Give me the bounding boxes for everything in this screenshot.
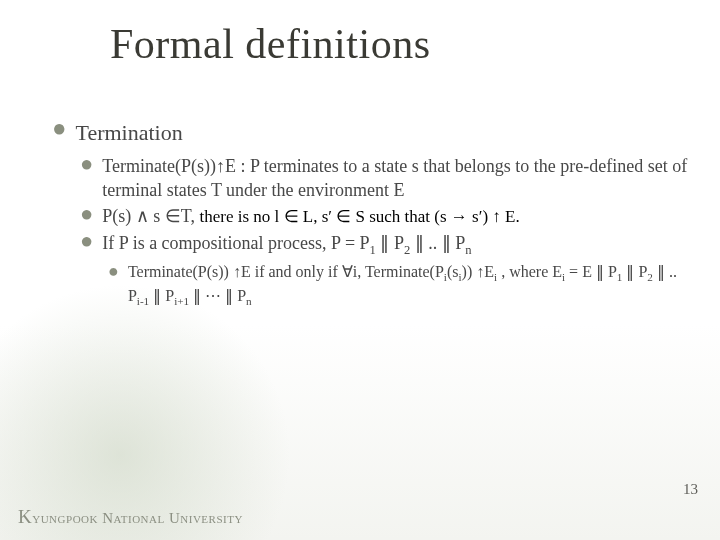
subscript: i+1 xyxy=(174,295,189,307)
text-fragment: ‖ P xyxy=(149,287,174,304)
slide: Formal definitions ● Termination ● Termi… xyxy=(0,0,720,540)
content-area: ● Termination ● Terminate(P(s))↑E : P te… xyxy=(52,118,690,311)
page-number: 13 xyxy=(683,481,698,498)
bullet-icon: ● xyxy=(52,118,67,148)
bullet-icon: ● xyxy=(80,204,93,229)
bullet-icon: ● xyxy=(108,261,119,310)
footer-text: yungpook National University xyxy=(32,510,243,526)
bullet-text: Terminate(P(s)) ↑E if and only if ∀i, Te… xyxy=(128,261,690,310)
text-fragment: , where E xyxy=(497,263,562,280)
bullet-text: Terminate(P(s))↑E : P terminates to a st… xyxy=(102,154,690,203)
footer-letter: K xyxy=(18,506,32,527)
bullet-icon: ● xyxy=(80,154,93,203)
text-fragment: ‖ ⋯ ‖ P xyxy=(189,287,246,304)
list-item: ● P(s) ∧ s ∈T, there is no l ∈ L, s′ ∈ S… xyxy=(80,204,690,229)
text-fragment: ‖ P xyxy=(376,233,404,253)
text-fragment: P(s) ∧ s ∈T, xyxy=(102,206,199,226)
text-fragment: ‖ P xyxy=(622,263,647,280)
section-heading-text: Termination xyxy=(76,118,691,148)
slide-title: Formal definitions xyxy=(110,20,430,68)
bullet-text: P(s) ∧ s ∈T, there is no l ∈ L, s′ ∈ S s… xyxy=(102,204,690,229)
list-item: ● If P is a compositional process, P = P… xyxy=(80,231,690,259)
subscript: i-1 xyxy=(137,295,149,307)
list-item: ● Terminate(P(s))↑E : P terminates to a … xyxy=(80,154,690,203)
text-fragment: = E ‖ P xyxy=(565,263,617,280)
bullet-text: If P is a compositional process, P = P1 … xyxy=(102,231,690,259)
math-image-fragment: there is no l ∈ L, s′ ∈ S such that (s →… xyxy=(199,206,519,229)
list-item: ● Terminate(P(s)) ↑E if and only if ∀i, … xyxy=(108,261,690,310)
footer-branding: Kyungpook National University xyxy=(18,506,243,528)
subscript: n xyxy=(246,295,252,307)
text-fragment: Terminate(P(s)) ↑E if and only if ∀i, Te… xyxy=(128,263,444,280)
text-fragment: (s xyxy=(447,263,459,280)
text-fragment: ‖ .. ‖ P xyxy=(410,233,465,253)
text-fragment: If P is a compositional process, P = P xyxy=(102,233,369,253)
section-heading: ● Termination xyxy=(52,118,690,148)
subscript: n xyxy=(465,243,471,257)
text-fragment: )) ↑E xyxy=(462,263,494,280)
bullet-icon: ● xyxy=(80,231,93,259)
